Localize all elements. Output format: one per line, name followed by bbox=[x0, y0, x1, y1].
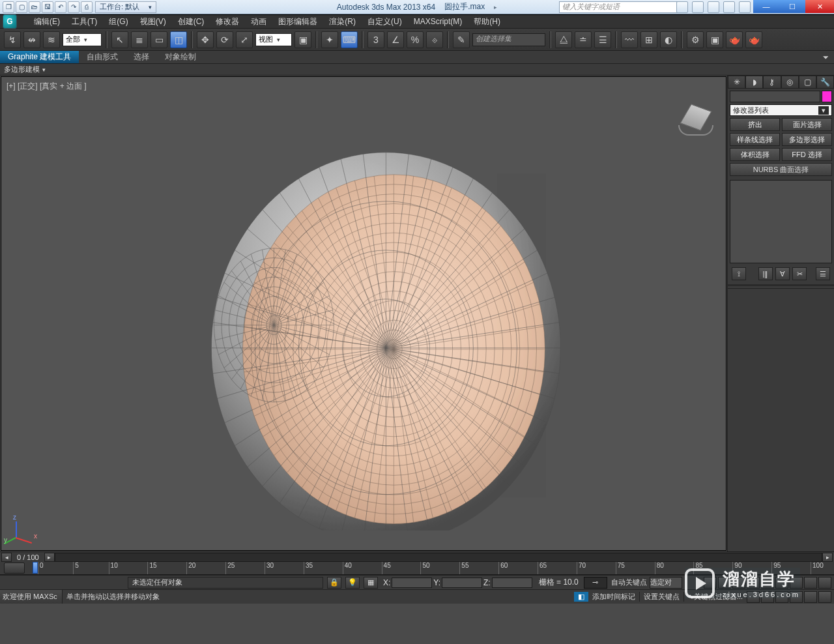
modifier-mesh-select-button[interactable]: 面片选择 bbox=[782, 118, 832, 131]
set-key-button[interactable]: 设置关键点 bbox=[639, 592, 684, 602]
search-icon[interactable] bbox=[676, 1, 688, 13]
viewport-label[interactable]: [+] [正交] [真实 + 边面 ] bbox=[7, 81, 87, 92]
render-setup-icon[interactable]: ⚙ bbox=[687, 31, 704, 48]
y-input[interactable] bbox=[442, 578, 482, 588]
menu-group[interactable]: 组(G) bbox=[109, 16, 128, 27]
favorites-icon[interactable] bbox=[723, 1, 735, 13]
menu-graph-editors[interactable]: 图形编辑器 bbox=[278, 16, 317, 27]
modifier-extrude-button[interactable]: 挤出 bbox=[730, 118, 780, 131]
modifier-vol-select-button[interactable]: 体积选择 bbox=[730, 148, 780, 161]
object-name-input[interactable] bbox=[730, 91, 820, 102]
key-target-combo[interactable]: 选定对 bbox=[650, 577, 682, 589]
menu-help[interactable]: 帮助(H) bbox=[474, 16, 500, 27]
curve-editor-icon[interactable]: 〰 bbox=[621, 31, 638, 48]
nav-orbit-icon[interactable] bbox=[804, 591, 817, 603]
scroll-right-icon[interactable]: ▸ bbox=[44, 553, 55, 562]
pin-stack-icon[interactable]: ⟟ bbox=[732, 267, 746, 280]
menu-maxscript[interactable]: MAXScript(M) bbox=[414, 17, 463, 26]
time-config-icon[interactable] bbox=[4, 563, 25, 574]
menu-modifiers[interactable]: 修改器 bbox=[216, 16, 239, 27]
use-pivot-center-icon[interactable]: ▣ bbox=[295, 31, 311, 48]
modifier-nurbs-select-button[interactable]: NURBS 曲面选择 bbox=[730, 163, 832, 176]
select-rotate-icon[interactable]: ⟳ bbox=[216, 31, 233, 48]
maxscript-mini-listener[interactable]: 欢迎使用 MAXSc bbox=[0, 590, 63, 604]
layer-manager-icon[interactable]: ☰ bbox=[594, 31, 611, 48]
modifier-list-combo[interactable]: 修改器列表▾ bbox=[730, 104, 832, 116]
ribbon-tab-object-paint[interactable]: 对象绘制 bbox=[157, 51, 204, 63]
workspace-selector[interactable]: 工作台: 默认 ▾ bbox=[95, 1, 156, 13]
qat-app-menu-icon[interactable]: ❐ bbox=[3, 1, 14, 13]
select-manipulate-icon[interactable]: ✦ bbox=[321, 31, 338, 48]
select-region-rect-icon[interactable]: ▭ bbox=[151, 31, 167, 48]
menu-views[interactable]: 视图(V) bbox=[140, 16, 166, 27]
qat-redo-icon[interactable]: ↷ bbox=[68, 1, 79, 13]
add-time-tag-button[interactable]: 添加时间标记 bbox=[588, 592, 639, 602]
viewcube[interactable] bbox=[678, 99, 714, 136]
selection-filter-combo[interactable]: 全部▾ bbox=[63, 33, 102, 46]
time-tag-marker[interactable]: ◧ bbox=[574, 592, 588, 602]
scroll-right-end-icon[interactable]: ▸ bbox=[822, 553, 833, 562]
time-slider-playhead[interactable] bbox=[33, 562, 38, 574]
menu-rendering[interactable]: 渲染(R) bbox=[329, 16, 356, 27]
nav-zoom-extents-icon[interactable] bbox=[804, 577, 817, 589]
close-button[interactable]: ✕ bbox=[805, 0, 834, 13]
transform-type-in-icon[interactable]: ▦ bbox=[364, 577, 378, 589]
ribbon-collapse-icon[interactable]: ⏷ bbox=[817, 51, 834, 63]
schematic-view-icon[interactable]: ⊞ bbox=[640, 31, 657, 48]
ribbon-tab-graphite[interactable]: Graphite 建模工具 bbox=[0, 51, 79, 63]
menu-tools[interactable]: 工具(T) bbox=[72, 16, 97, 27]
menu-customize[interactable]: 自定义(U) bbox=[367, 16, 402, 27]
percent-snap-icon[interactable]: % bbox=[407, 31, 424, 48]
named-selection-set-input[interactable]: 创建选择集 bbox=[472, 33, 545, 46]
qat-save-icon[interactable]: 🖫 bbox=[42, 1, 53, 13]
help-icon[interactable] bbox=[739, 1, 751, 13]
menu-create[interactable]: 创建(C) bbox=[178, 16, 205, 27]
render-iterative-icon[interactable]: 🫖 bbox=[745, 31, 762, 48]
modifier-ffd-select-button[interactable]: FFD 选择 bbox=[782, 148, 832, 161]
ribbon-tab-selection[interactable]: 选择 bbox=[126, 51, 157, 63]
select-move-icon[interactable]: ✥ bbox=[197, 31, 214, 48]
remove-modifier-icon[interactable]: ✂ bbox=[792, 267, 807, 280]
set-key-icon[interactable]: ⊸ bbox=[584, 577, 607, 589]
select-by-name-icon[interactable]: ≣ bbox=[131, 31, 148, 48]
modifier-poly-select-button[interactable]: 多边形选择 bbox=[782, 133, 832, 146]
nav-fov-icon[interactable] bbox=[818, 577, 831, 589]
object-color-swatch[interactable] bbox=[822, 91, 832, 102]
modifier-stack[interactable] bbox=[730, 180, 832, 263]
isolate-selection-icon[interactable]: 💡 bbox=[345, 577, 360, 589]
scroll-track[interactable] bbox=[55, 553, 822, 562]
render-production-icon[interactable]: 🫖 bbox=[726, 31, 743, 48]
selection-lock-icon[interactable]: 🔒 bbox=[327, 577, 341, 589]
rendered-frame-icon[interactable]: ▣ bbox=[706, 31, 723, 48]
qat-new-icon[interactable]: ▢ bbox=[16, 1, 27, 13]
tab-hierarchy-icon[interactable]: ⚷ bbox=[763, 76, 781, 89]
select-link-icon[interactable]: ↯ bbox=[4, 31, 21, 48]
mirror-icon[interactable]: ⧋ bbox=[555, 31, 572, 48]
tab-display-icon[interactable]: ▢ bbox=[799, 76, 816, 89]
menu-edit[interactable]: 编辑(E) bbox=[34, 16, 60, 27]
tab-create-icon[interactable]: ✳ bbox=[728, 76, 745, 89]
exchange-icon[interactable] bbox=[708, 1, 719, 13]
angle-snap-icon[interactable]: ∠ bbox=[387, 31, 404, 48]
tab-utilities-icon[interactable]: 🔧 bbox=[816, 76, 834, 89]
window-crossing-toggle[interactable]: ◫ bbox=[170, 31, 187, 48]
ribbon-panel-label[interactable]: 多边形建模 bbox=[4, 65, 40, 74]
show-end-result-icon[interactable]: |‖ bbox=[758, 267, 773, 280]
ref-coord-combo[interactable]: 视图▾ bbox=[255, 33, 292, 46]
tab-motion-icon[interactable]: ◎ bbox=[781, 76, 799, 89]
minimize-button[interactable]: — bbox=[753, 0, 779, 13]
edit-named-sel-icon[interactable]: ✎ bbox=[453, 31, 470, 48]
select-object-icon[interactable]: ↖ bbox=[111, 31, 128, 48]
qat-undo-icon[interactable]: ↶ bbox=[55, 1, 66, 13]
snap-toggle-icon[interactable]: 3 bbox=[367, 31, 384, 48]
spinner-snap-icon[interactable]: ⟐ bbox=[426, 31, 443, 48]
unlink-icon[interactable]: ↮ bbox=[23, 31, 40, 48]
bind-space-warp-icon[interactable]: ≋ bbox=[43, 31, 60, 48]
modifier-spline-select-button[interactable]: 样条线选择 bbox=[730, 133, 780, 146]
help-search-input[interactable]: 键入关键字或短语 bbox=[559, 1, 679, 13]
configure-sets-icon[interactable]: ☰ bbox=[816, 267, 830, 280]
nav-max-toggle-icon[interactable] bbox=[818, 591, 831, 603]
z-input[interactable] bbox=[492, 578, 532, 588]
qat-open-icon[interactable]: 🗁 bbox=[29, 1, 40, 13]
maximize-button[interactable]: ☐ bbox=[779, 0, 805, 13]
